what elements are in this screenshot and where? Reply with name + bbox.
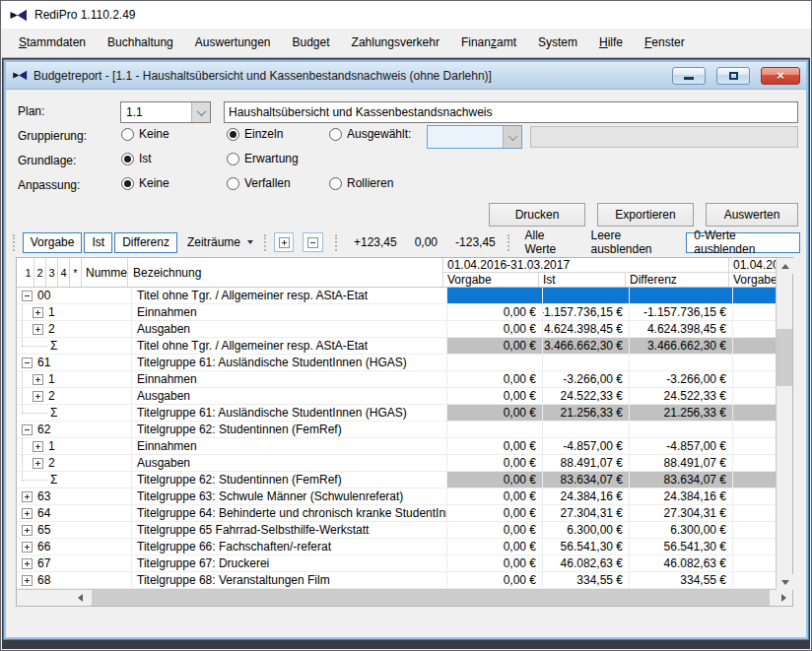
plan-combo-dropdown-icon[interactable] [191,102,210,122]
expand-icon[interactable] [33,391,43,402]
table-row[interactable]: 1Einnahmen0,00 €-3.266,00 €-3.266,00 € [17,371,792,388]
expand-icon[interactable] [22,491,33,502]
collapse-icon [307,237,318,248]
nummer-value: 68 [37,573,50,587]
table-row[interactable]: 62Titelgruppe 62: Studentinnen (FemRef) [17,422,792,438]
table-row[interactable]: 66Titelgruppe 66: Fachschaften/-referat0… [17,539,792,555]
table-row[interactable]: 67Titelgruppe 67: Druckerei0,00 €46.082,… [17,555,792,572]
form-row-anpassung: Anpassung:KeineVerfallenRollieren [6,174,806,198]
vertical-scrollbar[interactable] [776,258,792,590]
table-row[interactable]: 2Ausgaben0,00 €24.522,33 €24.522,33 € [17,388,792,405]
sigma-symbol: Σ [50,406,57,420]
table-row-sum[interactable]: ΣTitelgruppe 62: Studentinnen (FemRef)0,… [17,472,792,488]
toolbar-grip-icon [335,234,341,251]
tree-connector [22,321,32,337]
menu-item-hilfe[interactable]: Hilfe [591,32,631,53]
scroll-right-button[interactable] [776,590,792,606]
tree-nummer-cell: 65 [17,522,132,538]
format-sample-2[interactable]: -123,45 [446,235,505,249]
grundlage-option-ist[interactable]: Ist [121,152,152,165]
filter-leere-ausblenden[interactable]: Leere ausblenden [582,232,686,253]
close-button[interactable]: × [761,67,800,85]
collapse-icon[interactable] [22,358,33,368]
expand-icon[interactable] [22,558,33,569]
table-row[interactable]: 65Titelgruppe 65 Fahrrad-Selbsthilfe-Wer… [17,522,792,539]
anpassung-option-verfallen[interactable]: Verfallen [227,176,291,190]
scroll-left-button[interactable] [72,590,89,606]
format-sample-0[interactable]: +123,45 [345,235,406,249]
expand-icon[interactable] [22,525,33,536]
plan-name-input[interactable] [224,101,798,123]
exportieren-button[interactable]: Exportieren [597,203,694,227]
menu-item-fenster[interactable]: Fenster [637,32,693,53]
restore-button[interactable] [716,67,750,85]
ausgewaehlt-combo[interactable] [427,125,522,149]
expand-icon[interactable] [33,458,43,469]
close-icon: × [777,69,784,82]
table-row[interactable]: 1Einnahmen0,00 €-1.157.736,15 €-1.157.73… [17,304,792,321]
bezeichnung-cell: Titelgruppe 67: Druckerei [132,555,447,571]
filter-0-werte-ausblenden[interactable]: 0-Werte ausblenden [686,232,800,253]
expand-icon[interactable] [22,508,33,519]
nummer-value: 1 [48,372,55,386]
form-row-grundlage: Grundlage:IstErwartung [6,150,806,173]
menu-item-buchhaltung[interactable]: Buchhaltung [100,32,181,53]
anpassung-option-rollieren[interactable]: Rollieren [329,176,393,190]
collapse-icon[interactable] [22,424,33,435]
expand-icon[interactable] [33,324,43,335]
table-row-sum[interactable]: ΣTitel ohne Tgr. / Allgemeiner resp. ASt… [17,338,792,355]
table-row[interactable]: 64Titelgruppe 64: Behinderte und chronis… [17,505,792,522]
nummer-value: 00 [37,289,50,302]
expand-all-button[interactable] [274,232,295,252]
expand-icon[interactable] [33,374,43,385]
table-row-sum[interactable]: ΣTitelgruppe 61: Ausländische StudentInn… [17,405,792,422]
differenz-cell: 24.522,33 € [630,388,733,404]
menu-item-system[interactable]: System [530,32,585,53]
drucken-button[interactable]: Drucken [489,203,585,227]
app-titlebar[interactable]: RediPro 1.110.2.49 [1,1,811,29]
minimize-button[interactable] [672,67,706,85]
table-row[interactable]: 1Einnahmen0,00 €-4.857,00 €-4.857,00 € [17,438,792,455]
expand-icon[interactable] [22,575,33,586]
menu-item-finanzamt[interactable]: Finanzamt [453,32,524,53]
menu-item-stammdaten[interactable]: Stammdaten [11,32,94,53]
collapse-icon[interactable] [22,291,33,301]
menu-item-zahlungsverkehr[interactable]: Zahlungsverkehr [344,32,447,53]
grundlage-option-erwartung[interactable]: Erwartung [227,152,299,165]
table-row[interactable]: 61Titelgruppe 61: Ausländische StudentIn… [17,355,792,371]
toggle-ist[interactable]: Ist [84,232,112,253]
toggle-vorgabe[interactable]: Vorgabe [23,232,83,253]
ist-cell: 6.300,00 € [543,522,630,538]
menu-item-auswertungen[interactable]: Auswertungen [187,32,279,53]
horizontal-scroll-thumb[interactable] [92,590,770,606]
menubar: StammdatenBuchhaltungAuswertungenBudgetZ… [1,29,811,56]
vertical-scroll-thumb[interactable] [777,329,792,386]
table-row[interactable]: 00Titel ohne Tgr. / Allgemeiner resp. AS… [17,288,792,304]
expand-icon[interactable] [22,542,33,553]
filter-alle-werte[interactable]: Alle Werte [516,232,582,253]
nummer-value: 2 [48,322,55,336]
differenz-cell [630,288,733,303]
toggle-differenz[interactable]: Differenz [114,232,177,253]
plan-combo[interactable]: 1.1 [120,101,211,123]
menu-item-budget[interactable]: Budget [285,32,338,53]
zeitraeume-dropdown[interactable]: Zeiträume [179,232,261,253]
horizontal-scrollbar[interactable] [17,589,792,606]
scroll-up-button[interactable] [777,258,793,274]
expand-icon[interactable] [33,441,43,452]
table-row[interactable]: 2Ausgaben0,00 €4.624.398,45 €4.624.398,4… [17,321,792,338]
tree-nummer-cell: 1 [17,371,132,387]
bezeichnung-cell: Ausgaben [132,321,447,337]
mdi-area: Budgetreport - [1.1 - Haushaltsübersicht… [2,57,810,649]
table-row[interactable]: 63Titelgruppe 63: Schwule Männer (Schwul… [17,488,792,505]
table-row[interactable]: 68Titelgruppe 68: Veranstaltungen Film0,… [17,572,792,589]
anpassung-option-keine[interactable]: Keine [121,176,169,190]
collapse-all-button[interactable] [303,232,323,252]
auswerten-button[interactable]: Auswerten [706,203,798,227]
scroll-down-button[interactable] [777,574,793,590]
format-sample-1[interactable]: 0,00 [406,235,446,249]
expand-icon[interactable] [33,307,43,318]
table-row[interactable]: 2Ausgaben0,00 €88.491,07 €88.491,07 € [17,455,792,472]
bezeichnung-cell: Titel ohne Tgr. / Allgemeiner resp. AStA… [132,288,447,303]
child-titlebar[interactable]: Budgetreport - [1.1 - Haushaltsübersicht… [6,62,806,90]
